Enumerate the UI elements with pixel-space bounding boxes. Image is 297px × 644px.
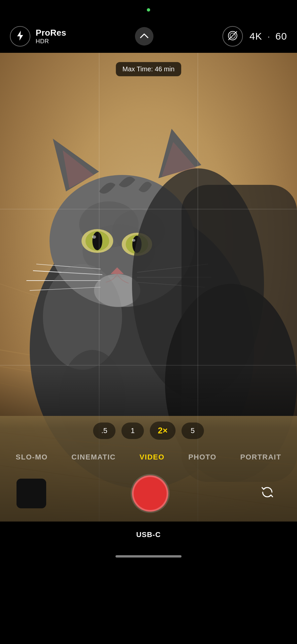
svg-point-24: [92, 232, 102, 250]
svg-point-29: [132, 239, 135, 242]
mode-cinematic[interactable]: CINEMATIC: [60, 453, 128, 461]
status-dot: [147, 8, 150, 12]
zoom-5-button[interactable]: 5: [182, 423, 204, 439]
mode-selector: SLO-MO CINEMATIC VIDEO PHOTO PORTRAIT: [0, 453, 297, 461]
camera-top-bar: ProRes HDR 4K · 60: [0, 20, 297, 53]
controls-overlay: .5 1 2× 5 SLO-MO CINEMATIC VIDEO PHOTO P…: [0, 366, 297, 522]
status-bar: [0, 0, 297, 20]
flash-icon: [16, 31, 24, 42]
svg-point-25: [92, 235, 96, 239]
mode-video[interactable]: VIDEO: [128, 453, 177, 461]
gallery-thumbnail-button[interactable]: [16, 479, 46, 508]
top-center: [135, 27, 153, 46]
bottom-info-bar: USB-C: [0, 522, 297, 548]
mode-portrait[interactable]: PORTRAIT: [228, 453, 293, 461]
action-mode-icon: [228, 31, 238, 42]
prores-label: ProRes HDR: [36, 28, 66, 45]
resolution-label: 4K · 60: [249, 31, 287, 42]
flip-camera-button[interactable]: [254, 480, 280, 507]
svg-marker-0: [17, 31, 23, 41]
chevron-up-icon: [140, 32, 148, 40]
viewfinder[interactable]: Max Time: 46 min .5 1 2× 5 SLO-MO CINEMA…: [0, 53, 297, 522]
max-time-tooltip: Max Time: 46 min: [116, 62, 181, 76]
action-mode-button[interactable]: [222, 26, 243, 47]
mode-photo[interactable]: PHOTO: [177, 453, 228, 461]
zoom-05-button[interactable]: .5: [93, 423, 116, 439]
thumbnail-preview: [16, 479, 46, 508]
usbc-label: USB-C: [136, 530, 161, 539]
zoom-1-button[interactable]: 1: [121, 423, 144, 439]
bottom-controls-row: [0, 475, 297, 512]
zoom-2x-button[interactable]: 2×: [150, 422, 176, 440]
zoom-controls: .5 1 2× 5: [93, 422, 204, 440]
top-right-controls: 4K · 60: [222, 26, 287, 47]
chevron-up-button[interactable]: [135, 27, 153, 46]
mode-slo-mo[interactable]: SLO-MO: [4, 453, 60, 461]
home-indicator-bar: [0, 548, 297, 564]
flash-button[interactable]: [10, 26, 30, 47]
record-button[interactable]: [132, 475, 168, 512]
prores-sub: HDR: [36, 38, 49, 45]
home-indicator: [116, 555, 182, 558]
flip-camera-icon: [259, 484, 276, 504]
prores-title: ProRes: [36, 28, 66, 38]
